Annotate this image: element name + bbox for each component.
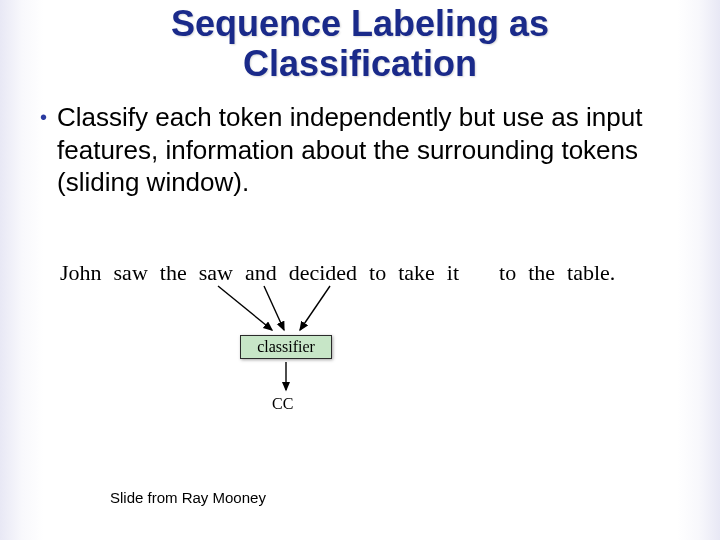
svg-line-2: [300, 286, 330, 330]
arrows: [0, 280, 720, 450]
bullet-dot-icon: •: [40, 103, 47, 131]
title-line-2: Classification: [243, 43, 477, 84]
classifier-label: classifier: [257, 338, 315, 355]
token: to: [369, 260, 386, 286]
slide-footer: Slide from Ray Mooney: [110, 489, 266, 506]
classifier-box: classifier: [240, 335, 332, 359]
slide-title: Sequence Labeling as Classification: [0, 0, 720, 93]
title-line-1: Sequence Labeling as: [171, 3, 549, 44]
token: the: [528, 260, 555, 286]
token: table.: [567, 260, 615, 286]
token: the: [160, 260, 187, 286]
token: and: [245, 260, 277, 286]
output-tag: CC: [272, 395, 293, 413]
token: John: [60, 260, 102, 286]
token: decided: [289, 260, 357, 286]
bullet-text: Classify each token independently but us…: [57, 101, 680, 199]
svg-line-1: [264, 286, 284, 330]
token: take: [398, 260, 435, 286]
token: saw: [114, 260, 148, 286]
gap: [471, 260, 487, 286]
token: saw: [199, 260, 233, 286]
bullet-list: • Classify each token independently but …: [0, 93, 720, 199]
slide: Sequence Labeling as Classification • Cl…: [0, 0, 720, 540]
diagram: John saw the saw and decided to take it …: [0, 250, 720, 450]
token: it: [447, 260, 459, 286]
bullet-item: • Classify each token independently but …: [40, 101, 680, 199]
token: to: [499, 260, 516, 286]
svg-line-0: [218, 286, 272, 330]
example-sentence: John saw the saw and decided to take it …: [60, 260, 680, 286]
